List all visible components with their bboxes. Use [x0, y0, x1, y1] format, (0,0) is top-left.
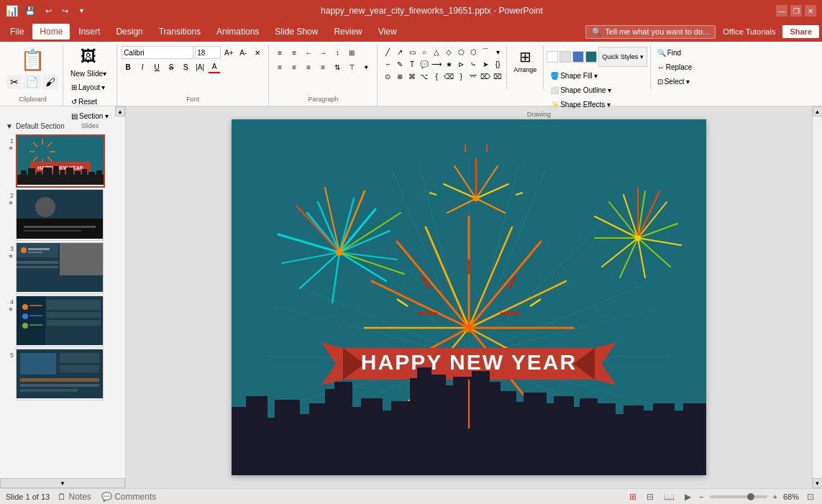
scroll-right-down[interactable]: ▼	[813, 478, 823, 488]
shape-curve[interactable]: ⌣	[382, 58, 393, 70]
shape-oval[interactable]: ○	[419, 46, 430, 58]
quick-styles-button[interactable]: Quick Styles ▾	[598, 47, 647, 67]
menu-insert[interactable]: Insert	[71, 24, 107, 40]
copy-button[interactable]: 📄	[23, 75, 41, 89]
decrease-indent-button[interactable]: ←	[302, 46, 315, 59]
shape-text[interactable]: T	[406, 58, 418, 70]
style-swatch-1[interactable]	[547, 51, 558, 63]
shape-rect[interactable]: ▭	[406, 46, 418, 58]
section-button[interactable]: ▤ Section ▾	[68, 109, 112, 122]
menu-file[interactable]: File	[3, 24, 31, 40]
shape-banner[interactable]: ⌥	[419, 70, 430, 82]
notes-button[interactable]: 🗒 Notes	[55, 491, 93, 503]
shape-star[interactable]: ★	[443, 58, 455, 70]
menu-slideshow[interactable]: Slide Show	[268, 24, 325, 40]
shape-triangle[interactable]: △	[431, 46, 442, 58]
slide-thumb-3[interactable]	[16, 242, 104, 294]
find-button[interactable]: 🔍 Find	[654, 46, 696, 59]
align-left-button[interactable]: ≡	[273, 60, 286, 73]
slide-thumb-4[interactable]	[16, 295, 104, 347]
slideshow-button[interactable]: ▶	[682, 491, 693, 503]
shape-arrow[interactable]: ↗	[394, 46, 406, 58]
normal-view-button[interactable]: ⊞	[627, 491, 639, 503]
shape-misc1[interactable]: ⌒	[480, 46, 491, 58]
convert-to-smartart-button[interactable]: ✦	[360, 60, 373, 73]
shape-more[interactable]: ▾	[492, 46, 503, 58]
minimize-button[interactable]: —	[776, 5, 787, 17]
shape-curly[interactable]: {	[431, 70, 442, 82]
comments-button[interactable]: 💬 Comments	[99, 491, 158, 503]
slide-sorter-button[interactable]: ⊟	[644, 491, 656, 503]
format-painter-button[interactable]: 🖌	[42, 75, 58, 89]
shape-hexagon[interactable]: ⬡	[467, 46, 479, 58]
shape-custom3[interactable]: ⌧	[492, 70, 503, 82]
shape-flow[interactable]: ⊗	[394, 70, 406, 82]
fit-slide-button[interactable]: ⊡	[805, 491, 816, 503]
scroll-up-button[interactable]: ▲	[115, 106, 125, 116]
style-swatch-4[interactable]	[585, 51, 597, 63]
layout-button[interactable]: ⊞ Layout ▾	[68, 81, 112, 93]
shape-process[interactable]: ⊳	[455, 58, 467, 70]
qat-customize[interactable]: ▼	[76, 6, 88, 16]
shape-custom2[interactable]: ⌦	[480, 70, 491, 82]
increase-indent-button[interactable]: →	[316, 46, 329, 59]
scroll-down-button[interactable]: ▼	[0, 478, 125, 488]
menu-design[interactable]: Design	[109, 24, 150, 40]
shape-diamond[interactable]: ◇	[443, 46, 455, 58]
slide-thumb-1[interactable]: HAPPY NEW YEAR	[16, 134, 105, 188]
clear-format-button[interactable]: ✕	[251, 46, 264, 59]
align-text-button[interactable]: ⊤	[345, 60, 358, 73]
menu-view[interactable]: View	[371, 24, 404, 40]
shadow-button[interactable]: S	[179, 60, 192, 73]
slide-thumb-2[interactable]	[16, 189, 104, 241]
replace-button[interactable]: ↔ Replace	[654, 60, 696, 73]
slide-panel-scroll[interactable]: ▼ Default Section 1 ★	[0, 116, 125, 478]
underline-button[interactable]: U	[150, 60, 163, 73]
qat-redo[interactable]: ↪	[59, 5, 71, 17]
line-spacing-button[interactable]: ↕	[331, 46, 344, 59]
shape-ribbon[interactable]: ⌘	[406, 70, 418, 82]
cut-button[interactable]: ✂	[7, 75, 22, 89]
columns-button[interactable]: ⊞	[345, 46, 358, 59]
align-right-button[interactable]: ≡	[302, 60, 315, 73]
shape-equation[interactable]: {}	[492, 58, 503, 70]
bold-button[interactable]: B	[122, 60, 134, 73]
qat-save[interactable]: 💾	[22, 5, 38, 17]
style-swatch-2[interactable]	[560, 51, 571, 63]
reset-button[interactable]: ↺ Reset	[68, 95, 112, 108]
paste-button[interactable]: 📋	[18, 46, 47, 74]
font-color-button[interactable]: A	[208, 60, 221, 73]
shape-line[interactable]: ╱	[382, 46, 393, 58]
qat-undo[interactable]: ↩	[42, 5, 55, 17]
shape-freeform[interactable]: ✎	[394, 58, 406, 70]
menu-home[interactable]: Home	[32, 24, 70, 40]
share-button[interactable]: Share	[782, 25, 819, 38]
zoom-thumb[interactable]	[747, 493, 754, 500]
shape-outline-button[interactable]: ⬜ Shape Outline ▾	[547, 83, 647, 96]
office-tutorials-link[interactable]: Office Tutorials	[723, 27, 775, 36]
menu-review[interactable]: Review	[326, 24, 369, 40]
align-center-button[interactable]: ≡	[288, 60, 301, 73]
zoom-slider[interactable]	[710, 495, 767, 498]
increase-font-size-button[interactable]: A+	[222, 46, 235, 59]
spacing-button[interactable]: |A|	[193, 60, 206, 73]
shape-custom1[interactable]: ⌤	[467, 70, 479, 82]
numbering-button[interactable]: ≡	[288, 46, 301, 59]
scroll-right-up[interactable]: ▲	[813, 106, 823, 116]
menu-animations[interactable]: Animations	[209, 24, 266, 40]
shape-pentagon[interactable]: ⬠	[455, 46, 467, 58]
shape-fill-button[interactable]: 🪣 Shape Fill ▾	[547, 69, 647, 82]
shape-action[interactable]: ⊙	[382, 70, 393, 82]
shape-tab[interactable]: ⌫	[443, 70, 455, 82]
menu-transitions[interactable]: Transitions	[152, 24, 208, 40]
shape-callout[interactable]: 💬	[419, 58, 430, 70]
shape-brace[interactable]: }	[455, 70, 467, 82]
close-button[interactable]: ✕	[805, 5, 816, 17]
font-name-input[interactable]	[122, 46, 193, 59]
reading-view-button[interactable]: 📖	[662, 491, 677, 503]
justify-button[interactable]: ≡	[316, 60, 329, 73]
text-direction-button[interactable]: ⇅	[331, 60, 344, 73]
bullets-button[interactable]: ≡	[273, 46, 286, 59]
select-button[interactable]: ⊡ Select ▾	[654, 75, 696, 88]
slide-canvas[interactable]: HAPPY NEW YEAR	[232, 119, 706, 475]
